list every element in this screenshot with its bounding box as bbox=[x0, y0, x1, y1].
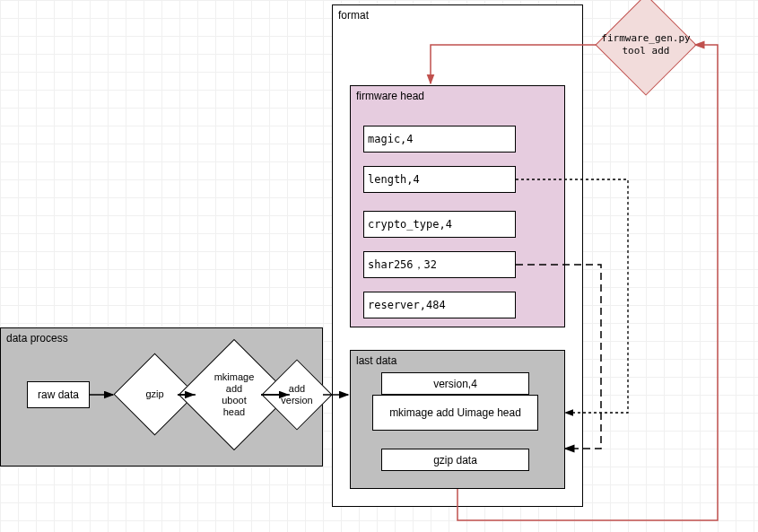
firmware-gen-label: firmware_gen.pytool add bbox=[611, 10, 681, 80]
raw-data-label: raw data bbox=[38, 388, 79, 401]
field-shar256: shar256，32 bbox=[363, 251, 516, 278]
format-title: format bbox=[338, 9, 369, 22]
raw-data-box: raw data bbox=[27, 381, 90, 408]
field-crypto-type: crypto_type,4 bbox=[363, 211, 516, 238]
data-process-title: data process bbox=[6, 332, 68, 344]
last-data-gzip: gzip data bbox=[381, 449, 529, 471]
firmware-head-title: firmware head bbox=[356, 90, 424, 102]
gzip-label: gzip bbox=[126, 366, 183, 423]
firmware-gen-diamond: firmware_gen.pytool add bbox=[595, 0, 696, 96]
field-reserver: reserver,484 bbox=[363, 292, 516, 318]
last-data-mkimage: mkimage add Uimage head bbox=[372, 395, 538, 431]
field-magic: magic,4 bbox=[363, 126, 516, 153]
add-version-label: addversion bbox=[273, 371, 321, 419]
last-data-version: version,4 bbox=[381, 372, 529, 395]
last-data-title: last data bbox=[356, 354, 396, 367]
field-length: length,4 bbox=[363, 166, 516, 193]
